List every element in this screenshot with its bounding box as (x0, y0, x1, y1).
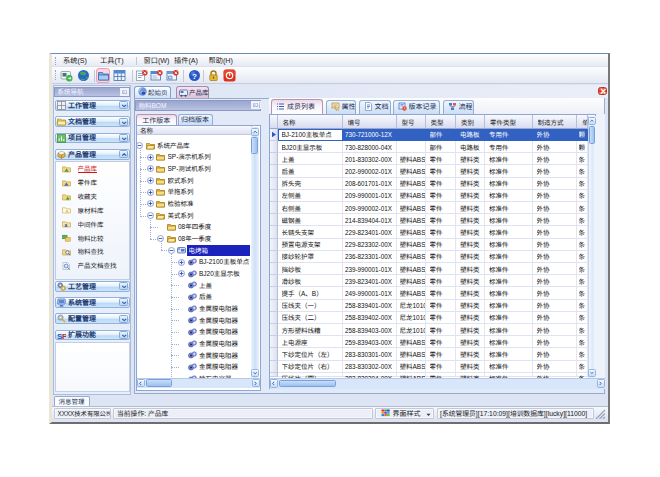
svg-text:P: P (62, 331, 66, 340)
svg-text:?: ? (192, 72, 197, 81)
svg-text:a: a (64, 222, 67, 228)
